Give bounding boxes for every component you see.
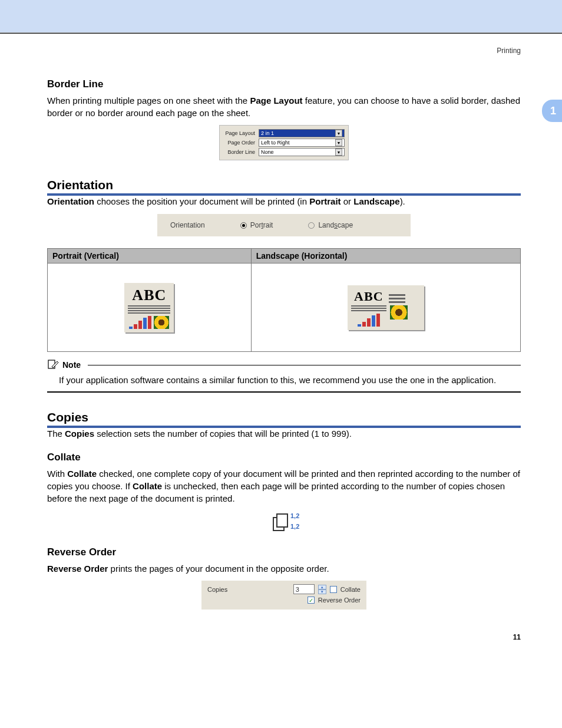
text-bold: Landscape xyxy=(353,196,399,206)
page-order-label: Page Order xyxy=(223,140,259,146)
doc-chart-icon xyxy=(128,316,170,329)
landscape-radio[interactable]: Landscape xyxy=(308,221,353,229)
copies-input[interactable]: 3 xyxy=(293,584,315,594)
doc-chart-icon xyxy=(351,314,386,327)
collate-icon-figure: 1,2 1,2 xyxy=(47,511,521,535)
chevron-down-icon: ▼ xyxy=(335,139,342,146)
reverse-order-checkbox[interactable]: ✓ xyxy=(308,597,315,604)
portrait-radio[interactable]: Portrait xyxy=(240,221,273,229)
text: selection sets the number of copies that… xyxy=(94,429,352,439)
note-title: Note xyxy=(62,360,81,370)
copies-figure: Copies 3 ▲▼ Collate ✓ Reverse Order xyxy=(47,581,521,610)
text-bold: Portrait xyxy=(309,196,340,206)
copies-dialog: Copies 3 ▲▼ Collate ✓ Reverse Order xyxy=(201,581,366,610)
top-separator xyxy=(0,33,562,34)
collate-heading: Collate xyxy=(47,452,521,463)
table-header-landscape: Landscape (Horizontal) xyxy=(251,249,520,263)
text-bold: Collate xyxy=(67,469,97,479)
page-layout-figure: Page Layout 2 in 1▼ Page Order Left to R… xyxy=(47,125,521,160)
chevron-down-icon: ▼ xyxy=(335,149,342,156)
orientation-figure: Orientation Portrait Landscape xyxy=(47,214,521,236)
running-header: Printing xyxy=(47,47,521,55)
note-text: If your application software contains a … xyxy=(59,374,521,387)
doc-lines-icon xyxy=(128,305,170,314)
doc-lines-icon xyxy=(351,305,386,311)
page-content: Printing 1 Border Line When printing mul… xyxy=(0,35,562,659)
page-order-select[interactable]: Left to Right▼ xyxy=(259,139,345,147)
text: chooses the position your document will … xyxy=(94,196,309,206)
page-layout-label: Page Layout xyxy=(223,130,259,136)
text-bold: Copies xyxy=(65,429,94,439)
text-bold: Orientation xyxy=(47,196,94,206)
select-value: 2 in 1 xyxy=(261,130,274,136)
note-pencil-icon xyxy=(47,359,59,371)
input-value: 3 xyxy=(296,586,299,593)
doc-hlines-icon xyxy=(389,294,408,303)
landscape-page-thumb: ABC xyxy=(348,285,424,330)
chevron-up-icon: ▲ xyxy=(318,585,326,589)
check-icon: ✓ xyxy=(309,597,313,604)
border-line-text: When printing multiple pages on one shee… xyxy=(47,95,521,119)
orientation-label: Orientation xyxy=(170,221,205,229)
text-bold: Collate xyxy=(133,481,162,491)
portrait-cell: ABC xyxy=(48,263,252,352)
collate-icon-label: 1,2 xyxy=(290,523,299,530)
sunflower-icon xyxy=(154,316,169,329)
text-bold: Reverse Order xyxy=(47,564,108,574)
reverse-order-text: Reverse Order prints the pages of your d… xyxy=(47,563,521,575)
note-end-rule xyxy=(47,391,521,393)
portrait-page-thumb: ABC xyxy=(124,283,174,332)
text: prints the pages of your document in the… xyxy=(108,564,329,574)
text: ). xyxy=(400,196,405,206)
text: or xyxy=(341,196,354,206)
table-header-portrait: Portrait (Vertical) xyxy=(48,249,252,263)
orientation-dialog: Orientation Portrait Landscape xyxy=(157,214,411,236)
collate-stack-icon: 1,2 1,2 xyxy=(269,511,299,535)
top-band xyxy=(0,0,562,33)
copies-text: The Copies selection sets the number of … xyxy=(47,428,521,440)
orientation-heading: Orientation xyxy=(47,178,521,192)
page-number: 11 xyxy=(47,633,521,641)
radio-unselected-icon xyxy=(308,222,315,229)
chapter-badge: 1 xyxy=(542,100,562,122)
reverse-order-checkbox-label: Reverse Order xyxy=(318,597,361,604)
text: With xyxy=(47,469,67,479)
radio-label: Portrait xyxy=(250,221,273,229)
border-line-select[interactable]: None▼ xyxy=(259,148,345,156)
landscape-cell: ABC xyxy=(251,263,520,352)
copies-label: Copies xyxy=(207,586,290,593)
collate-checkbox[interactable] xyxy=(330,586,337,593)
collate-icon-label: 1,2 xyxy=(290,512,299,519)
orientation-comparison-table: Portrait (Vertical) Landscape (Horizonta… xyxy=(47,248,521,352)
chevron-down-icon: ▼ xyxy=(335,130,342,137)
collate-checkbox-label: Collate xyxy=(340,586,361,593)
chevron-down-icon: ▼ xyxy=(318,589,326,594)
sunflower-icon xyxy=(390,305,408,319)
note-rule xyxy=(88,365,521,365)
page-layout-select[interactable]: 2 in 1▼ xyxy=(259,129,345,137)
radio-label: Landscape xyxy=(318,221,353,229)
border-line-heading: Border Line xyxy=(47,78,521,90)
copies-heading: Copies xyxy=(47,410,521,424)
radio-selected-icon xyxy=(240,222,247,229)
doc-abc-label: ABC xyxy=(128,286,170,304)
page-layout-dialog: Page Layout 2 in 1▼ Page Order Left to R… xyxy=(219,125,349,160)
select-value: None xyxy=(261,149,274,155)
text: When printing multiple pages on one shee… xyxy=(47,95,250,106)
note-header: Note xyxy=(47,359,521,371)
text-bold: Page Layout xyxy=(250,95,302,106)
select-value: Left to Right xyxy=(261,140,290,146)
collate-text: With Collate checked, one complete copy … xyxy=(47,468,521,505)
doc-abc-label: ABC xyxy=(351,289,386,304)
reverse-order-heading: Reverse Order xyxy=(47,546,521,558)
border-line-label: Border Line xyxy=(223,149,259,155)
orientation-text: Orientation chooses the position your do… xyxy=(47,196,521,208)
text: The xyxy=(47,429,65,439)
copies-spinner[interactable]: ▲▼ xyxy=(318,585,326,594)
